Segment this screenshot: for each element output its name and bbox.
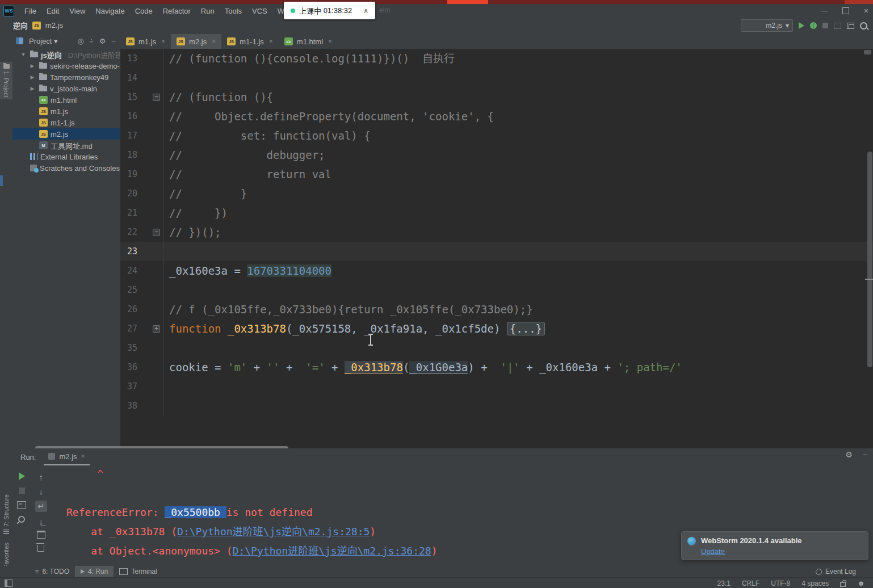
project-panel-title[interactable]: Project ▾: [29, 37, 58, 45]
clear-console-icon[interactable]: [37, 545, 44, 552]
tree-item-m2.js[interactable]: m2.js: [12, 128, 120, 140]
stack-trace-link[interactable]: D:\Python进阶班\js逆向\m2.js:36:28: [233, 545, 431, 557]
inspection-indicator[interactable]: [864, 50, 871, 54]
tree-item-m1-1.js[interactable]: m1-1.js: [12, 117, 120, 128]
line-number[interactable]: 23: [120, 242, 137, 261]
fold-marker[interactable]: −: [137, 87, 163, 107]
line-number[interactable]: 35: [120, 338, 137, 358]
code-line-25[interactable]: 25: [120, 280, 873, 300]
tab-m2.js[interactable]: m2.js×: [171, 34, 221, 49]
sidebar-item-project[interactable]: 1: Project: [0, 62, 12, 99]
close-tab-icon[interactable]: ×: [212, 37, 216, 45]
menu-navigate[interactable]: Navigate: [90, 6, 129, 16]
tree-chevron-icon[interactable]: ▼: [19, 52, 27, 57]
menu-tools[interactable]: Tools: [220, 6, 247, 16]
code-line-18[interactable]: 18// debugger;: [120, 145, 873, 165]
menu-vcs[interactable]: VCS: [247, 6, 272, 16]
stack-trace-link[interactable]: D:\Python进阶班\js逆向\m2.js:28:5: [177, 526, 370, 537]
line-number[interactable]: 19: [120, 165, 137, 184]
line-number[interactable]: 21: [120, 203, 137, 222]
update-notification[interactable]: WebStorm 2020.1.4 available Update: [681, 531, 868, 560]
code-line-24[interactable]: 24_0x160e3a = 1670331104000: [120, 261, 873, 280]
toolwindow-6: TODO[interactable]: ≡6: TODO: [30, 566, 75, 577]
code-line-19[interactable]: 19// return val: [120, 165, 873, 184]
code-line-14[interactable]: 14: [120, 68, 873, 87]
tab-m1.html[interactable]: m1.html×: [279, 34, 338, 49]
file-encoding[interactable]: UTF-8: [771, 579, 790, 587]
indent-setting[interactable]: 4 spaces: [801, 579, 829, 587]
line-number[interactable]: 16: [120, 107, 137, 126]
run-button[interactable]: [799, 22, 804, 29]
tree-item-v_jstools-main[interactable]: ▶v_jstools-main: [12, 83, 120, 94]
menu-code[interactable]: Code: [130, 6, 158, 16]
collapse-all-icon[interactable]: ÷: [90, 37, 94, 45]
class-timer-overlay[interactable]: 上课中 01:38:32 ∧: [284, 2, 375, 19]
soft-wrap-icon[interactable]: ↵: [35, 501, 47, 512]
line-number[interactable]: 18: [120, 145, 137, 165]
restore-layout-icon[interactable]: [847, 23, 854, 29]
code-line-17[interactable]: 17// set: function(val) {: [120, 126, 873, 145]
tree-item-Scratches and Consoles[interactable]: Scratches and Consoles: [12, 162, 120, 174]
fold-marker[interactable]: +: [137, 319, 163, 338]
line-number[interactable]: 20: [120, 184, 137, 203]
code-line-35[interactable]: 35: [120, 338, 873, 358]
tab-m1.js[interactable]: m1.js×: [120, 34, 171, 49]
tree-item-sekiro-release-demo-2[interactable]: ▶sekiro-release-demo-2: [12, 60, 120, 72]
toolwindow-toggle-icon[interactable]: [5, 579, 12, 587]
event-log-button[interactable]: Event Log: [816, 568, 856, 576]
tree-chevron-icon[interactable]: ▶: [28, 63, 36, 69]
line-number[interactable]: 25: [120, 280, 137, 300]
rerun-button[interactable]: [19, 472, 25, 480]
tree-item-工具网址.md[interactable]: 工具网址.md: [12, 140, 120, 151]
close-icon[interactable]: ×: [864, 8, 868, 14]
run-with-coverage-icon[interactable]: [822, 23, 828, 28]
tree-chevron-icon[interactable]: ▶: [28, 86, 36, 91]
menu-run[interactable]: Run: [196, 6, 220, 16]
code-line-37[interactable]: 37: [120, 377, 873, 396]
code-line-38[interactable]: 38: [120, 396, 873, 415]
code-editor[interactable]: 13// (function (){console.log(1111)})() …: [120, 49, 873, 448]
profiler-icon[interactable]: [834, 23, 841, 29]
run-settings-gear-icon[interactable]: ⚙: [845, 450, 853, 459]
gear-icon[interactable]: ⚙: [99, 37, 106, 45]
run-tab[interactable]: m2.js ×: [44, 448, 89, 465]
line-number[interactable]: 14: [120, 68, 137, 87]
minimize-icon[interactable]: [821, 11, 828, 11]
search-everywhere-icon[interactable]: [860, 22, 867, 30]
stop-button[interactable]: [19, 488, 25, 494]
menu-view[interactable]: View: [64, 6, 90, 16]
code-line-20[interactable]: 20// }: [120, 184, 873, 203]
line-number[interactable]: 13: [120, 49, 137, 68]
breadcrumb-file[interactable]: m2.js: [45, 21, 63, 30]
code-line-23[interactable]: 23: [120, 242, 873, 261]
scroll-to-end-icon[interactable]: ↓̲: [39, 516, 44, 526]
hide-run-panel-icon[interactable]: −: [863, 450, 867, 459]
tree-item-m1.html[interactable]: m1.html: [12, 94, 120, 106]
tree-item-m1.js[interactable]: m1.js: [12, 106, 120, 117]
console-icon[interactable]: [17, 501, 26, 509]
update-link[interactable]: Update: [701, 547, 725, 556]
unlock-icon[interactable]: [840, 582, 846, 587]
pin-tab-icon[interactable]: [17, 515, 27, 524]
line-number[interactable]: 15: [120, 87, 137, 107]
code-line-21[interactable]: 21// }): [120, 203, 873, 222]
locate-file-icon[interactable]: ◎: [77, 37, 83, 45]
code-line-15[interactable]: 15−// (function (){: [120, 87, 873, 107]
line-number[interactable]: 36: [120, 358, 137, 377]
fold-marker[interactable]: −: [137, 222, 163, 242]
code-line-36[interactable]: 36cookie = 'm' + '' + '=' + _0x313b78(_0…: [120, 358, 873, 377]
timer-collapse-icon[interactable]: ∧: [363, 7, 368, 15]
tree-chevron-icon[interactable]: ▶: [28, 74, 36, 80]
line-number[interactable]: 26: [120, 300, 137, 319]
inspections-hector-icon[interactable]: ☻: [857, 579, 865, 587]
close-tab-icon[interactable]: ×: [328, 37, 332, 45]
print-icon[interactable]: [37, 531, 45, 539]
menu-edit[interactable]: Edit: [41, 6, 64, 16]
tree-item-js逆向[interactable]: ▼js逆向D:\Python进阶班\js逆向: [12, 49, 120, 60]
close-run-tab-icon[interactable]: ×: [81, 452, 85, 460]
code-line-27[interactable]: 27+function _0x313b78(_0x575158, _0x1fa9…: [120, 319, 873, 338]
caret-position[interactable]: 23:1: [717, 579, 731, 587]
menu-file[interactable]: File: [19, 6, 41, 16]
hide-panel-icon[interactable]: −: [111, 37, 116, 45]
code-line-26[interactable]: 26// f (_0x105ffe,_0x733be0){return _0x1…: [120, 300, 873, 319]
